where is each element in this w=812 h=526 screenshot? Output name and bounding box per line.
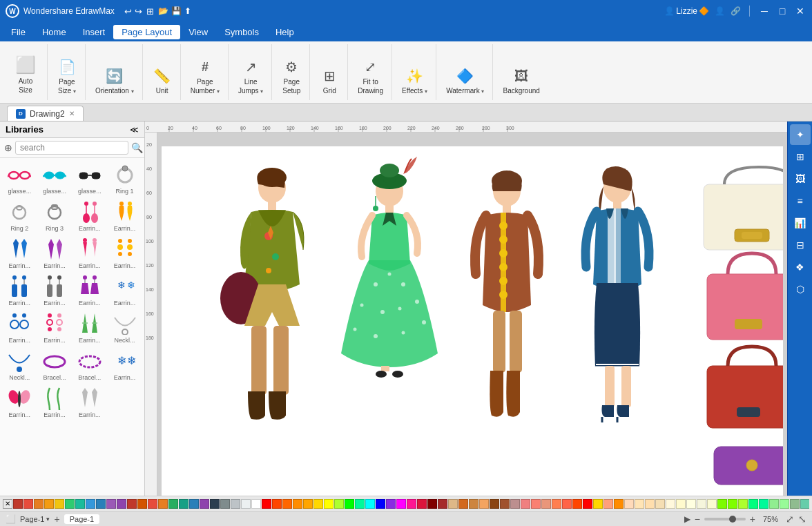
layers-panel-btn[interactable]: ≡ bbox=[790, 191, 811, 211]
page-setup-btn[interactable]: ⚙ PageSetup bbox=[278, 56, 305, 97]
list-item[interactable]: Bracel... bbox=[38, 347, 72, 383]
color-swatch[interactable] bbox=[458, 499, 468, 509]
list-item[interactable]: Earrin... bbox=[3, 273, 37, 309]
list-item[interactable]: Earrin... bbox=[3, 384, 37, 420]
color-swatch[interactable] bbox=[23, 499, 33, 509]
color-swatch[interactable] bbox=[262, 499, 271, 509]
list-item[interactable]: Earrin... bbox=[73, 384, 107, 420]
tab-close-btn[interactable]: ✕ bbox=[69, 110, 75, 117]
color-swatch[interactable] bbox=[738, 499, 748, 509]
color-swatch[interactable] bbox=[655, 499, 665, 509]
list-item[interactable]: Earrin... bbox=[3, 310, 37, 346]
color-swatch[interactable] bbox=[676, 499, 686, 509]
color-swatch[interactable] bbox=[635, 499, 644, 509]
new-btn[interactable]: ⊞ bbox=[145, 6, 155, 17]
color-swatch[interactable] bbox=[790, 499, 800, 509]
color-swatch[interactable] bbox=[324, 499, 334, 509]
color-swatch[interactable] bbox=[759, 499, 768, 509]
color-swatch[interactable] bbox=[168, 499, 178, 509]
list-item[interactable]: Neckl... bbox=[3, 347, 37, 383]
share-btn[interactable]: 👤 bbox=[715, 6, 725, 16]
color-swatch[interactable] bbox=[417, 499, 427, 509]
color-swatch[interactable] bbox=[44, 499, 54, 509]
fit-window-btn[interactable]: ⤡ bbox=[798, 514, 806, 525]
color-swatch[interactable] bbox=[251, 499, 261, 509]
list-item[interactable]: Earrin... bbox=[38, 235, 72, 271]
color-swatch[interactable] bbox=[334, 499, 344, 509]
color-swatch[interactable] bbox=[345, 499, 354, 509]
canvas-area[interactable] bbox=[157, 133, 787, 496]
list-item[interactable]: Earrin... bbox=[73, 273, 107, 309]
color-swatch[interactable] bbox=[686, 499, 696, 509]
fullscreen-btn[interactable]: ⤢ bbox=[786, 514, 794, 525]
zoom-thumb[interactable] bbox=[729, 516, 736, 523]
color-swatch[interactable] bbox=[510, 499, 520, 509]
list-item[interactable]: Ring 1 bbox=[108, 161, 142, 197]
color-swatch[interactable] bbox=[479, 499, 489, 509]
tab-drawing2[interactable]: D Drawing2 ✕ bbox=[7, 106, 84, 121]
open-btn[interactable]: 📂 bbox=[158, 6, 168, 17]
style-panel-btn[interactable]: ✦ bbox=[790, 124, 811, 145]
list-item[interactable]: Earrin... bbox=[3, 235, 37, 271]
list-item[interactable]: glasse... bbox=[38, 161, 72, 197]
maximize-btn[interactable]: □ bbox=[776, 5, 789, 17]
list-item[interactable]: glasse... bbox=[73, 161, 107, 197]
color-swatch[interactable] bbox=[748, 499, 758, 509]
color-swatch[interactable] bbox=[666, 499, 675, 509]
list-item[interactable]: Earrin... bbox=[38, 273, 72, 309]
color-swatch[interactable] bbox=[469, 499, 478, 509]
orientation-btn[interactable]: 🔄 Orientation ▾ bbox=[91, 65, 138, 97]
color-swatch[interactable] bbox=[396, 499, 406, 509]
color-swatch[interactable] bbox=[728, 499, 737, 509]
color-swatch[interactable] bbox=[137, 499, 147, 509]
color-swatch[interactable] bbox=[65, 499, 75, 509]
connect-panel-btn[interactable]: ⬡ bbox=[790, 279, 811, 300]
color-swatch[interactable] bbox=[717, 499, 727, 509]
color-swatch[interactable] bbox=[780, 499, 789, 509]
add-library-btn[interactable]: ⊕ bbox=[4, 142, 12, 153]
color-swatch[interactable] bbox=[241, 499, 251, 509]
symbol-mgr-btn[interactable]: ❖ bbox=[790, 257, 811, 277]
minimize-btn[interactable]: ─ bbox=[758, 5, 771, 17]
list-item[interactable]: Ring 3 bbox=[38, 198, 72, 234]
play-btn[interactable]: ▶ bbox=[684, 514, 690, 524]
page-name-dropdown[interactable]: Page-1 ▾ bbox=[20, 515, 50, 523]
color-swatch[interactable] bbox=[96, 499, 106, 509]
color-swatch[interactable] bbox=[282, 499, 292, 509]
menu-insert[interactable]: Insert bbox=[75, 25, 114, 39]
watermark-btn[interactable]: 🔷 Watermark ▾ bbox=[442, 65, 488, 97]
color-swatch[interactable] bbox=[210, 499, 220, 509]
menu-home[interactable]: Home bbox=[34, 25, 75, 39]
color-swatch[interactable] bbox=[158, 499, 168, 509]
list-item[interactable]: Earrin... bbox=[73, 310, 107, 346]
table-panel-btn[interactable]: ⊟ bbox=[790, 235, 811, 255]
color-swatch[interactable] bbox=[231, 499, 240, 509]
menu-symbols[interactable]: Symbols bbox=[216, 25, 267, 39]
undo-btn[interactable]: ↩ bbox=[124, 6, 132, 17]
page-size-btn[interactable]: 📄 PageSize ▾ bbox=[53, 56, 81, 97]
list-item[interactable]: Ring 2 bbox=[3, 198, 37, 234]
color-swatch[interactable] bbox=[13, 499, 23, 509]
color-swatch[interactable] bbox=[179, 499, 188, 509]
save-btn[interactable]: 💾 bbox=[171, 6, 182, 17]
background-btn[interactable]: 🖼 Background bbox=[499, 65, 543, 97]
menu-view[interactable]: View bbox=[180, 25, 216, 39]
chart-panel-btn[interactable]: 📊 bbox=[790, 213, 811, 233]
color-swatch[interactable] bbox=[521, 499, 530, 509]
color-swatch[interactable] bbox=[562, 499, 572, 509]
color-none-swatch[interactable]: ✕ bbox=[3, 499, 12, 509]
add-page-btn[interactable]: + bbox=[54, 514, 59, 525]
color-swatch[interactable] bbox=[386, 499, 396, 509]
color-swatch[interactable] bbox=[189, 499, 199, 509]
zoom-value[interactable]: 75% bbox=[760, 515, 782, 523]
page-1-tab[interactable]: Page-1 bbox=[64, 514, 99, 524]
effects-btn[interactable]: ✨ Effects ▾ bbox=[398, 65, 432, 97]
color-swatch[interactable] bbox=[583, 499, 592, 509]
color-swatch[interactable] bbox=[272, 499, 282, 509]
color-swatch[interactable] bbox=[427, 499, 437, 509]
list-item[interactable]: glasse... bbox=[3, 161, 37, 197]
color-swatch[interactable] bbox=[645, 499, 655, 509]
color-swatch[interactable] bbox=[407, 499, 416, 509]
color-swatch[interactable] bbox=[624, 499, 634, 509]
search-input[interactable] bbox=[15, 141, 128, 155]
